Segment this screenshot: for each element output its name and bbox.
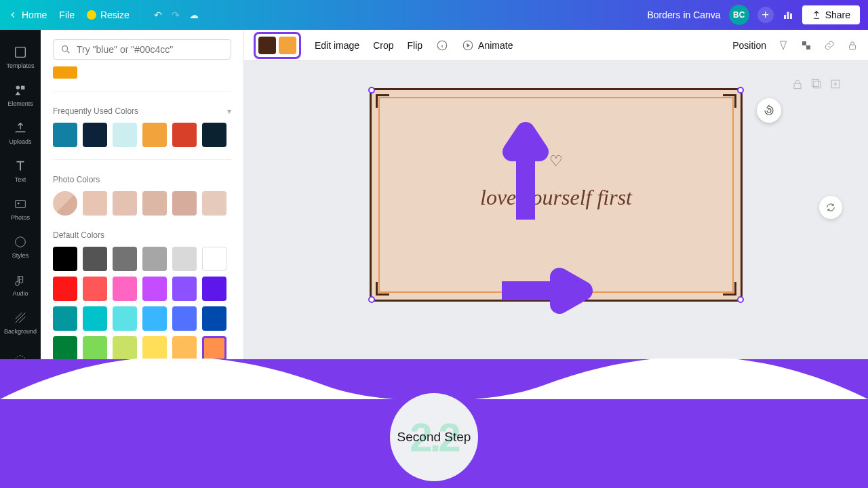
share-button[interactable]: Share [802,5,860,24]
rail-styles[interactable]: Styles [0,228,41,266]
flip-button[interactable]: Flip [408,40,423,51]
color-search[interactable] [53,39,231,60]
element-colors[interactable] [254,32,301,59]
svg-rect-0 [784,15,786,19]
rail-text[interactable]: Text [0,152,41,190]
color-swatch[interactable] [83,336,107,361]
color-swatch[interactable] [142,277,167,301]
color-swatch-1[interactable] [258,37,276,54]
color-swatch[interactable] [142,191,167,216]
checker-icon[interactable] [800,39,812,52]
selection-handle[interactable] [737,87,744,94]
file-menu[interactable]: File [59,9,75,20]
color-swatch[interactable] [83,277,107,301]
color-swatch[interactable] [202,247,226,271]
selection-handle[interactable] [368,87,375,94]
color-swatch[interactable] [113,123,137,147]
color-swatch[interactable] [202,191,226,216]
color-swatch[interactable] [202,123,226,147]
selection-handle[interactable] [737,296,744,303]
animate-button[interactable]: Animate [462,39,513,52]
redo-icon[interactable]: ↷ [172,9,180,20]
resize-label: Resize [100,9,130,20]
user-avatar[interactable]: BC [729,5,749,25]
corner-ornament [376,94,389,108]
color-swatch[interactable] [172,306,197,331]
rail-audio[interactable]: Audio [0,266,41,304]
color-swatch[interactable] [172,191,197,216]
lock-icon[interactable] [846,39,859,52]
rail-photos[interactable]: Photos [0,190,41,228]
color-swatch[interactable] [53,336,77,361]
color-swatch[interactable] [142,306,167,331]
color-swatch[interactable] [53,247,77,271]
color-swatch[interactable] [172,336,197,361]
rail-background[interactable]: Background [0,304,41,342]
color-swatch[interactable] [83,247,107,271]
color-swatch[interactable] [202,277,226,301]
link-icon[interactable] [823,39,835,52]
search-input[interactable] [77,44,224,55]
sync-button[interactable] [819,196,842,219]
info-icon[interactable] [436,39,448,52]
color-swatch[interactable] [142,123,167,147]
heart-icon: ♡ [549,152,563,170]
rail-uploads[interactable]: Uploads [0,114,41,152]
color-swatch[interactable] [53,306,77,331]
position-button[interactable]: Position [732,40,766,51]
rail-elements[interactable]: Elements [0,76,41,114]
photo-colors [53,191,231,216]
cloud-sync-icon[interactable]: ☁ [189,9,199,20]
undo-icon[interactable]: ↶ [154,9,162,20]
crown-icon [87,10,96,20]
document-title[interactable]: Borders in Canva [647,9,720,20]
rail-label: Background [4,328,37,335]
freq-colors [53,123,231,147]
color-swatch[interactable] [113,306,137,331]
photo-title: Photo Colors [53,175,231,184]
color-swatch[interactable] [83,306,107,331]
color-swatch[interactable] [53,123,77,147]
home-button[interactable]: Home [8,9,47,20]
share-label: Share [825,9,850,20]
rotate-button[interactable] [757,98,781,123]
selection-handle[interactable] [368,296,375,303]
color-swatch[interactable] [53,277,77,301]
default-title: Default Colors [53,230,231,240]
color-swatch[interactable] [172,277,197,301]
color-swatch[interactable] [113,277,137,301]
color-swatch[interactable] [202,306,226,331]
color-swatch[interactable] [113,191,137,216]
svg-rect-3 [16,47,26,58]
color-swatch[interactable] [172,123,197,147]
color-swatch[interactable] [202,336,226,361]
rail-label: Styles [12,252,29,259]
rail-label: Templates [6,62,34,69]
freq-toggle[interactable]: ▾ [227,106,231,116]
color-swatch[interactable] [172,247,197,271]
color-swatch[interactable] [83,191,107,216]
color-swatch[interactable] [83,123,107,147]
context-toolbar: Edit image Crop Flip Animate Position [244,30,868,61]
recent-swatch[interactable] [53,66,77,79]
svg-point-7 [18,203,20,205]
add-member-button[interactable]: + [757,7,774,23]
color-swatch[interactable] [113,336,137,361]
animate-icon [462,39,474,52]
rail-templates[interactable]: Templates [0,38,41,76]
home-label: Home [22,9,47,20]
insights-icon[interactable] [782,9,794,21]
transparency-icon[interactable] [777,39,789,52]
crop-button[interactable]: Crop [373,40,393,51]
rotate-icon [763,104,775,117]
rail-label: Text [15,176,26,183]
resize-button[interactable]: Resize [87,9,130,20]
color-swatch-2[interactable] [279,37,296,54]
svg-rect-1 [787,12,789,20]
rail-label: Uploads [9,138,31,145]
color-swatch[interactable] [142,247,167,271]
color-swatch[interactable] [113,247,137,271]
photo-color-extract[interactable] [53,191,77,216]
color-swatch[interactable] [142,336,167,361]
edit-image-button[interactable]: Edit image [315,40,359,51]
